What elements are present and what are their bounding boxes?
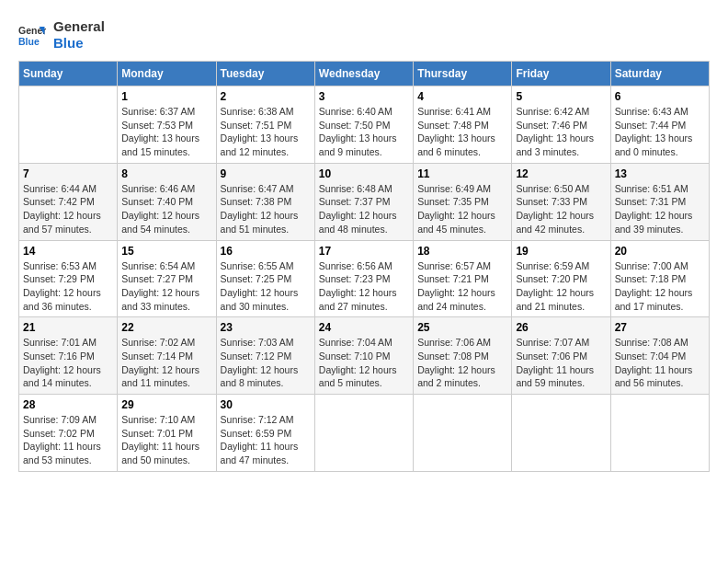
calendar-cell: 12Sunrise: 6:50 AMSunset: 7:33 PMDayligh… — [512, 163, 610, 240]
day-info: Sunrise: 7:10 AMSunset: 7:01 PMDaylight:… — [121, 413, 211, 467]
day-info: Sunrise: 6:37 AMSunset: 7:53 PMDaylight:… — [121, 105, 211, 159]
calendar-cell — [414, 395, 512, 472]
logo: General Blue General Blue — [18, 18, 105, 52]
day-number: 29 — [121, 398, 211, 411]
day-info: Sunrise: 6:42 AMSunset: 7:46 PMDaylight:… — [516, 105, 606, 159]
day-number: 9 — [221, 167, 311, 180]
day-number: 14 — [23, 245, 113, 258]
day-info: Sunrise: 7:09 AMSunset: 7:02 PMDaylight:… — [23, 413, 113, 467]
day-number: 30 — [221, 398, 311, 411]
day-number: 20 — [615, 245, 705, 258]
day-number: 2 — [221, 90, 311, 103]
day-number: 24 — [319, 321, 409, 334]
day-number: 22 — [121, 321, 211, 334]
calendar-cell: 5Sunrise: 6:42 AMSunset: 7:46 PMDaylight… — [512, 86, 610, 164]
calendar-cell: 24Sunrise: 7:04 AMSunset: 7:10 PMDayligh… — [314, 317, 413, 395]
day-info: Sunrise: 7:02 AMSunset: 7:14 PMDaylight:… — [121, 336, 211, 390]
calendar-table: SundayMondayTuesdayWednesdayThursdayFrid… — [18, 61, 710, 472]
calendar-cell: 1Sunrise: 6:37 AMSunset: 7:53 PMDaylight… — [118, 86, 216, 164]
column-header-monday: Monday — [118, 62, 216, 86]
day-number: 17 — [319, 245, 409, 258]
calendar-cell: 7Sunrise: 6:44 AMSunset: 7:42 PMDaylight… — [19, 163, 118, 240]
day-info: Sunrise: 6:49 AMSunset: 7:35 PMDaylight:… — [417, 182, 507, 236]
calendar-cell: 4Sunrise: 6:41 AMSunset: 7:48 PMDaylight… — [414, 86, 512, 164]
day-info: Sunrise: 7:08 AMSunset: 7:04 PMDaylight:… — [615, 336, 705, 390]
calendar-cell: 20Sunrise: 7:00 AMSunset: 7:18 PMDayligh… — [610, 240, 709, 317]
calendar-cell: 8Sunrise: 6:46 AMSunset: 7:40 PMDaylight… — [118, 163, 216, 240]
day-info: Sunrise: 6:43 AMSunset: 7:44 PMDaylight:… — [615, 105, 705, 159]
calendar-cell: 15Sunrise: 6:54 AMSunset: 7:27 PMDayligh… — [118, 240, 216, 317]
day-number: 7 — [23, 167, 113, 180]
day-info: Sunrise: 7:01 AMSunset: 7:16 PMDaylight:… — [23, 336, 113, 390]
day-number: 27 — [615, 321, 705, 334]
day-number: 12 — [516, 167, 606, 180]
day-number: 8 — [121, 167, 211, 180]
calendar-cell: 9Sunrise: 6:47 AMSunset: 7:38 PMDaylight… — [216, 163, 314, 240]
calendar-cell: 21Sunrise: 7:01 AMSunset: 7:16 PMDayligh… — [19, 317, 118, 395]
day-info: Sunrise: 6:55 AMSunset: 7:25 PMDaylight:… — [221, 259, 311, 314]
column-header-wednesday: Wednesday — [314, 62, 413, 86]
day-number: 5 — [516, 90, 606, 103]
day-number: 23 — [221, 321, 311, 334]
day-info: Sunrise: 6:57 AMSunset: 7:21 PMDaylight:… — [417, 259, 507, 314]
column-header-thursday: Thursday — [414, 62, 512, 86]
day-number: 3 — [319, 90, 409, 103]
calendar-cell: 11Sunrise: 6:49 AMSunset: 7:35 PMDayligh… — [414, 163, 512, 240]
calendar-cell: 26Sunrise: 7:07 AMSunset: 7:06 PMDayligh… — [512, 317, 610, 395]
calendar-cell: 29Sunrise: 7:10 AMSunset: 7:01 PMDayligh… — [118, 395, 216, 472]
day-number: 21 — [23, 321, 113, 334]
day-number: 10 — [319, 167, 409, 180]
calendar-cell: 30Sunrise: 7:12 AMSunset: 6:59 PMDayligh… — [216, 395, 314, 472]
calendar-cell — [314, 395, 413, 472]
calendar-cell: 16Sunrise: 6:55 AMSunset: 7:25 PMDayligh… — [216, 240, 314, 317]
day-info: Sunrise: 6:48 AMSunset: 7:37 PMDaylight:… — [319, 182, 409, 236]
day-info: Sunrise: 7:00 AMSunset: 7:18 PMDaylight:… — [615, 259, 705, 314]
calendar-cell: 17Sunrise: 6:56 AMSunset: 7:23 PMDayligh… — [314, 240, 413, 317]
day-info: Sunrise: 6:53 AMSunset: 7:29 PMDaylight:… — [23, 259, 113, 314]
calendar-cell: 13Sunrise: 6:51 AMSunset: 7:31 PMDayligh… — [610, 163, 709, 240]
day-info: Sunrise: 6:44 AMSunset: 7:42 PMDaylight:… — [23, 182, 113, 236]
day-number: 13 — [615, 167, 705, 180]
calendar-cell: 2Sunrise: 6:38 AMSunset: 7:51 PMDaylight… — [216, 86, 314, 164]
day-number: 6 — [615, 90, 705, 103]
calendar-cell — [19, 86, 118, 164]
calendar-cell: 18Sunrise: 6:57 AMSunset: 7:21 PMDayligh… — [414, 240, 512, 317]
day-number: 15 — [121, 245, 211, 258]
day-number: 26 — [516, 321, 606, 334]
day-number: 16 — [221, 245, 311, 258]
day-info: Sunrise: 7:04 AMSunset: 7:10 PMDaylight:… — [319, 336, 409, 390]
calendar-cell — [512, 395, 610, 472]
day-info: Sunrise: 6:41 AMSunset: 7:48 PMDaylight:… — [417, 105, 507, 159]
day-info: Sunrise: 7:12 AMSunset: 6:59 PMDaylight:… — [221, 413, 311, 467]
day-number: 4 — [417, 90, 507, 103]
column-header-friday: Friday — [512, 62, 610, 86]
day-info: Sunrise: 7:07 AMSunset: 7:06 PMDaylight:… — [516, 336, 606, 390]
day-number: 19 — [516, 245, 606, 258]
day-number: 25 — [417, 321, 507, 334]
calendar-cell: 3Sunrise: 6:40 AMSunset: 7:50 PMDaylight… — [314, 86, 413, 164]
day-info: Sunrise: 6:51 AMSunset: 7:31 PMDaylight:… — [615, 182, 705, 236]
calendar-cell: 28Sunrise: 7:09 AMSunset: 7:02 PMDayligh… — [19, 395, 118, 472]
calendar-cell: 22Sunrise: 7:02 AMSunset: 7:14 PMDayligh… — [118, 317, 216, 395]
calendar-cell: 19Sunrise: 6:59 AMSunset: 7:20 PMDayligh… — [512, 240, 610, 317]
logo-icon: General Blue — [18, 21, 46, 49]
day-info: Sunrise: 6:50 AMSunset: 7:33 PMDaylight:… — [516, 182, 606, 236]
calendar-cell — [610, 395, 709, 472]
day-info: Sunrise: 6:46 AMSunset: 7:40 PMDaylight:… — [121, 182, 211, 236]
day-info: Sunrise: 7:03 AMSunset: 7:12 PMDaylight:… — [221, 336, 311, 390]
logo-line2: Blue — [53, 35, 105, 52]
column-header-tuesday: Tuesday — [216, 62, 314, 86]
column-header-sunday: Sunday — [19, 62, 118, 86]
column-header-saturday: Saturday — [610, 62, 709, 86]
calendar-cell: 23Sunrise: 7:03 AMSunset: 7:12 PMDayligh… — [216, 317, 314, 395]
calendar-cell: 6Sunrise: 6:43 AMSunset: 7:44 PMDaylight… — [610, 86, 709, 164]
day-info: Sunrise: 6:38 AMSunset: 7:51 PMDaylight:… — [221, 105, 311, 159]
calendar-cell: 27Sunrise: 7:08 AMSunset: 7:04 PMDayligh… — [610, 317, 709, 395]
svg-text:Blue: Blue — [18, 36, 40, 47]
day-number: 18 — [417, 245, 507, 258]
day-number: 28 — [23, 398, 113, 411]
day-info: Sunrise: 6:56 AMSunset: 7:23 PMDaylight:… — [319, 259, 409, 314]
day-info: Sunrise: 7:06 AMSunset: 7:08 PMDaylight:… — [417, 336, 507, 390]
day-number: 1 — [121, 90, 211, 103]
day-info: Sunrise: 6:54 AMSunset: 7:27 PMDaylight:… — [121, 259, 211, 314]
